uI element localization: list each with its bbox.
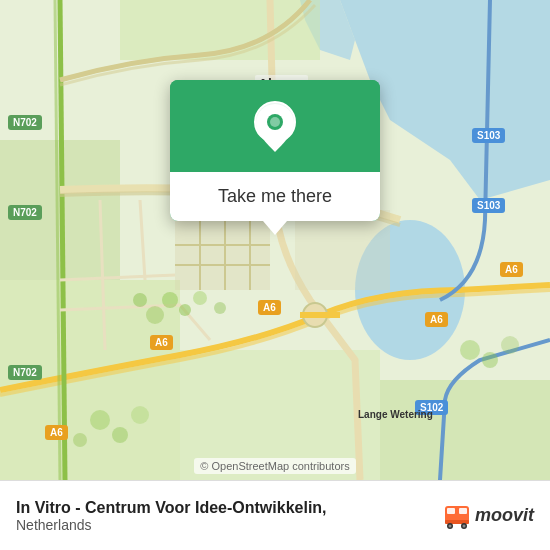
svg-point-9: [193, 291, 207, 305]
svg-point-11: [214, 302, 226, 314]
map-svg: [0, 0, 550, 480]
copyright-bar: © OpenStreetMap contributors: [0, 458, 550, 474]
svg-point-24: [270, 117, 280, 127]
road-label-a6-bottom: A6: [45, 425, 68, 440]
moovit-bus-icon: [441, 500, 473, 532]
road-label-a6-far: A6: [500, 262, 523, 277]
road-label-n702-bot: N702: [8, 365, 42, 380]
map-container: Almere N702 N702 N702 A6 A6 A6 A6 S103 S…: [0, 0, 550, 480]
button-label: Take me there: [218, 186, 332, 206]
svg-rect-26: [447, 508, 455, 514]
svg-point-14: [112, 427, 128, 443]
popup-icon-area: [170, 80, 380, 172]
copyright-text: © OpenStreetMap contributors: [194, 458, 355, 474]
road-label-s103-top: S103: [472, 128, 505, 143]
moovit-logo: moovit: [441, 500, 534, 532]
svg-point-10: [146, 306, 164, 324]
road-label-n702-mid: N702: [8, 205, 42, 220]
road-label-a6-mid: A6: [258, 300, 281, 315]
moovit-logo-text: moovit: [475, 505, 534, 526]
location-pin-icon: [249, 98, 301, 158]
svg-point-13: [90, 410, 110, 430]
road-label-a6-right: A6: [425, 312, 448, 327]
road-label-n702-top: N702: [8, 115, 42, 130]
svg-point-19: [501, 336, 519, 354]
svg-point-12: [133, 293, 147, 307]
svg-point-18: [482, 352, 498, 368]
popup-card: Take me there: [170, 80, 380, 221]
road-label-a6-left: A6: [150, 335, 173, 350]
svg-point-16: [73, 433, 87, 447]
footer-bar: In Vitro - Centrum Voor Idee-Ontwikkelin…: [0, 480, 550, 550]
svg-point-7: [162, 292, 178, 308]
road-label-s103-bot: S103: [472, 198, 505, 213]
svg-rect-27: [459, 508, 467, 514]
svg-point-31: [448, 524, 451, 527]
road-label-lange-wetering: Lange Wetering: [355, 408, 436, 421]
svg-point-32: [462, 524, 465, 527]
svg-point-8: [179, 304, 191, 316]
svg-point-17: [460, 340, 480, 360]
svg-point-15: [131, 406, 149, 424]
take-me-there-button[interactable]: Take me there: [170, 172, 380, 221]
